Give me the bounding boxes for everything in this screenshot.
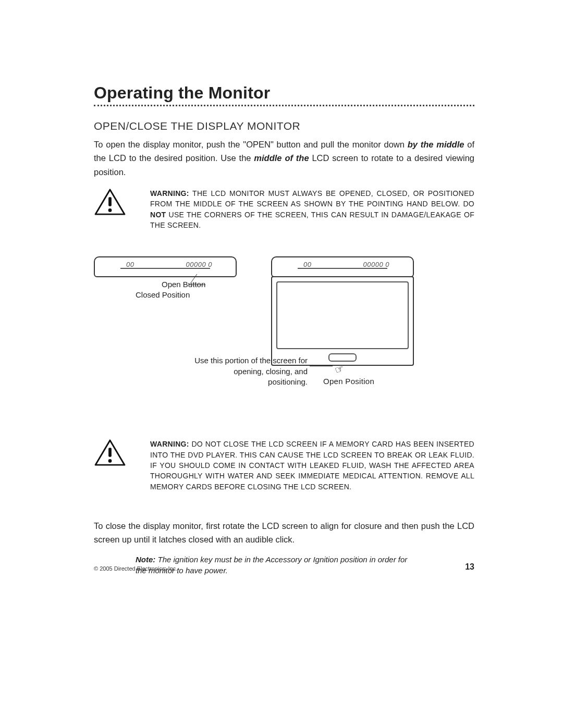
intro-paragraph: To open the display monitor, push the "O… (94, 138, 474, 179)
svg-point-2 (108, 208, 112, 212)
warning-block: WARNING: THE LCD MONITOR MUST ALWAYS BE … (94, 188, 474, 230)
closed-monitor-illustration: 00 00000 0 (94, 256, 237, 277)
monitor-diagram: 00 00000 0 Open Button Closed Position 0… (94, 251, 474, 408)
manual-page: Operating the Monitor OPEN/CLOSE THE DIS… (0, 0, 563, 728)
warning-icon (94, 188, 126, 218)
dotted-rule (94, 105, 474, 106)
warning-body: USE THE CORNERS OF THE SCREEN, THIS CAN … (150, 211, 474, 229)
warning-block: WARNING: DO NOT CLOSE THE LCD SCREEN IF … (94, 439, 474, 491)
leader-line (310, 366, 333, 366)
intro-text: To open the display monitor, push the "O… (94, 140, 408, 149)
label-open-position: Open Position (323, 376, 374, 387)
warning-body: THE LCD MONITOR MUST ALWAYS BE OPENED, C… (150, 189, 474, 208)
page-footer: © 2005 Directed Electronics, Inc. 13 (94, 562, 474, 572)
warning-body: DO NOT CLOSE THE LCD SCREEN IF A MEMORY … (150, 440, 474, 490)
warning-label: WARNING: (150, 189, 189, 198)
open-monitor-screen-illustration (271, 276, 414, 366)
label-open-button: Open Button (162, 279, 205, 290)
copyright: © 2005 Directed Electronics, Inc. (94, 565, 177, 572)
subsection-heading: OPEN/CLOSE THE DISPLAY MONITOR (94, 120, 474, 132)
svg-rect-1 (108, 198, 112, 206)
label-closed-position: Closed Position (136, 290, 190, 300)
page-number: 13 (465, 562, 474, 572)
open-monitor-top-illustration: 00 00000 0 (271, 256, 414, 277)
warning-not: NOT (150, 211, 166, 219)
warning-text: WARNING: DO NOT CLOSE THE LCD SCREEN IF … (150, 439, 474, 491)
label-use-portion: Use this portion of the screen for openi… (193, 355, 308, 387)
warning-label: WARNING: (150, 440, 189, 448)
warning-text: WARNING: THE LCD MONITOR MUST ALWAYS BE … (150, 188, 474, 230)
warning-icon (94, 439, 126, 469)
section-title: Operating the Monitor (94, 83, 474, 103)
intro-emphasis: by the middle (408, 140, 464, 149)
svg-rect-4 (108, 448, 112, 457)
intro-emphasis: middle of the (254, 153, 309, 163)
closing-paragraph: To close the display monitor, first rota… (94, 519, 474, 547)
svg-point-5 (108, 459, 112, 463)
